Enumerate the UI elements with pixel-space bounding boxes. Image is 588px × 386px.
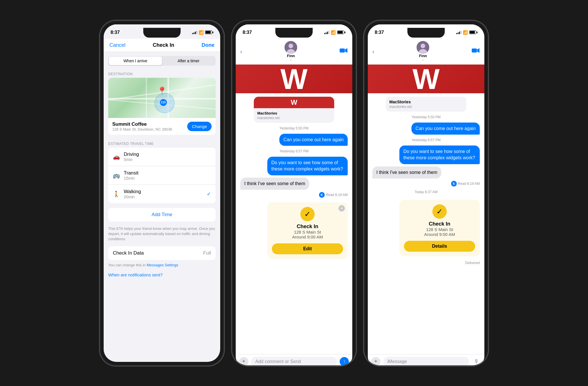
checkin-icon-2: ✓ bbox=[300, 207, 315, 221]
video-icon-3 bbox=[472, 48, 480, 53]
timestamp-2-2: Yesterday 6:57 PM bbox=[240, 149, 348, 153]
signal-icon-3 bbox=[456, 31, 461, 34]
svg-marker-4 bbox=[345, 48, 347, 53]
link-card-2: W MacStories macstories.net bbox=[254, 97, 334, 123]
plus-button-2[interactable]: + bbox=[239, 357, 248, 365]
checkin-card-2: ✕ ✓ Check In 128 S Main St Around 9:00 A… bbox=[267, 202, 348, 259]
link-card-image-2: W bbox=[254, 97, 334, 108]
destination-name: Summit Coffee bbox=[112, 121, 172, 127]
time-2: 8:37 bbox=[243, 30, 252, 35]
messages-body-2[interactable]: W MacStories macstories.net Yesterday 5:… bbox=[236, 93, 352, 354]
travel-transit[interactable]: 🚌 Transit 15min bbox=[108, 166, 216, 185]
segment-when-arrive[interactable]: When I arrive bbox=[109, 57, 162, 65]
message-input-3[interactable]: iMessage bbox=[383, 357, 469, 365]
checkin-card-close-2[interactable]: ✕ bbox=[339, 205, 345, 212]
contact-name-3: Finn bbox=[419, 54, 427, 58]
battery-icon-3 bbox=[469, 30, 477, 34]
phone-1: 8:37 📶 Cancel Check In Done When I arriv… bbox=[100, 21, 224, 365]
timestamp-3-3: Today 8:37 AM bbox=[372, 190, 480, 194]
edit-button-2[interactable]: Edit bbox=[272, 243, 343, 254]
notch-3 bbox=[407, 28, 445, 38]
contact-info-3[interactable]: Finn › bbox=[417, 41, 429, 62]
message-input-2[interactable]: Add comment or Send bbox=[251, 357, 337, 365]
checkin-data-value: Full bbox=[203, 250, 211, 256]
send-button-2[interactable]: ↑ bbox=[340, 357, 349, 365]
checkin-card-time-2: Around 9:00 AM bbox=[272, 234, 343, 239]
checkin-data-label: Check In Data bbox=[113, 250, 144, 256]
checkin-card-title-3: Check In bbox=[404, 221, 475, 227]
back-button-3[interactable]: ‹ bbox=[372, 48, 374, 55]
checkin-header: Cancel Check In Done bbox=[104, 39, 220, 52]
link-card-3: MacStories macstories.net bbox=[386, 97, 466, 112]
destination-text: Summit Coffee 128 S Main St, Davidson, N… bbox=[112, 121, 172, 131]
back-button-2[interactable]: ‹ bbox=[240, 48, 242, 55]
video-call-button-2[interactable] bbox=[340, 48, 348, 55]
details-button-3[interactable]: Details bbox=[404, 241, 475, 252]
banner-letter-2: W bbox=[281, 65, 307, 93]
checkin-card-address-3: 128 S Main St bbox=[404, 227, 475, 232]
bubble-sent-2-3: Do you want to see how some of these mor… bbox=[399, 146, 480, 164]
signal-icon-1 bbox=[192, 31, 197, 34]
battery-icon-1 bbox=[205, 30, 213, 34]
contact-name-2: Finn bbox=[287, 54, 295, 58]
checkin-data-row[interactable]: Check In Data Full bbox=[108, 246, 216, 260]
svg-rect-8 bbox=[472, 49, 477, 53]
messages-settings-link[interactable]: Messages Settings bbox=[147, 263, 178, 267]
input-bar-3: + iMessage 🎙 bbox=[368, 354, 484, 365]
travel-walking[interactable]: 🚶 Walking 20min ✓ bbox=[108, 185, 216, 203]
avatar-image-3 bbox=[417, 41, 429, 54]
done-button[interactable]: Done bbox=[202, 42, 214, 48]
video-call-button-3[interactable] bbox=[472, 48, 480, 55]
wifi-icon-1: 📶 bbox=[199, 30, 204, 35]
wifi-icon-2: 📶 bbox=[331, 30, 336, 35]
signal-icon-2 bbox=[324, 31, 329, 34]
k-avatar-3: K bbox=[451, 181, 457, 187]
eta-note: This ETA helps your friend know when you… bbox=[104, 226, 220, 247]
checkin-title: Check In bbox=[153, 42, 174, 48]
link-site-2: MacStories bbox=[254, 108, 334, 116]
travel-driving[interactable]: 🚗 Driving 5min bbox=[108, 148, 216, 166]
avatar-3 bbox=[417, 41, 429, 54]
phone-3: 8:37 📶 ‹ bbox=[364, 21, 488, 365]
settings-note: You can change this in Messages Settings bbox=[104, 261, 220, 269]
travel-transit-info: Transit 15min bbox=[124, 170, 138, 181]
chevron-icon-3: › bbox=[422, 58, 423, 62]
avatar-2 bbox=[285, 41, 297, 54]
mic-button-3[interactable]: 🎙 bbox=[472, 357, 481, 365]
link-site-3: MacStories bbox=[386, 97, 466, 105]
segment-after-timer[interactable]: After a timer bbox=[162, 57, 215, 65]
bubble-recv-1-2: I think I've seen some of them bbox=[240, 178, 309, 190]
time-1: 8:37 bbox=[111, 30, 120, 35]
travel-walking-info: Walking 20min bbox=[124, 189, 141, 199]
messages-body-3[interactable]: MacStories macstories.net Yesterday 5:50… bbox=[368, 93, 484, 354]
checkin-card-title-2: Check In bbox=[272, 224, 343, 230]
notifications-link[interactable]: When are notifications sent? bbox=[104, 269, 220, 281]
cancel-button[interactable]: Cancel bbox=[109, 42, 125, 48]
walking-check-icon: ✓ bbox=[207, 191, 211, 197]
bus-icon: 🚌 bbox=[113, 172, 120, 179]
bubble-sent-1-2: Can you come out here again bbox=[279, 134, 348, 146]
status-icons-1: 📶 bbox=[192, 30, 213, 35]
travel-label: ESTIMATED TRAVEL TIME bbox=[104, 139, 220, 148]
car-icon: 🚗 bbox=[113, 153, 120, 160]
plus-button-3[interactable]: + bbox=[371, 357, 380, 365]
walk-icon: 🚶 bbox=[113, 191, 120, 197]
messages-nav-3: ‹ Finn › bbox=[368, 39, 484, 65]
svg-rect-3 bbox=[340, 49, 345, 53]
add-time-button[interactable]: Add Time bbox=[108, 208, 216, 222]
timestamp-1-3: Yesterday 5:50 PM bbox=[372, 115, 480, 119]
read-receipt-3: K Read 8:19 AM bbox=[451, 181, 480, 187]
notch-1 bbox=[143, 28, 181, 38]
banner-3: W bbox=[368, 65, 484, 93]
bubble-recv-1-3: I think I've seen some of them bbox=[372, 166, 441, 179]
k-avatar-2: K bbox=[319, 192, 325, 198]
map-badge: 115 bbox=[160, 99, 167, 106]
destination-label: DESTINATION bbox=[104, 70, 220, 78]
travel-driving-info: Driving 5min bbox=[124, 152, 139, 162]
change-destination-button[interactable]: Change bbox=[187, 122, 212, 131]
video-icon-2 bbox=[340, 48, 348, 53]
checkin-card-time-3: Around 9:00 AM bbox=[404, 232, 475, 237]
contact-info-2[interactable]: Finn › bbox=[285, 41, 297, 62]
delivered-label-3: Delivered bbox=[465, 261, 480, 265]
chevron-icon-2: › bbox=[290, 58, 291, 62]
